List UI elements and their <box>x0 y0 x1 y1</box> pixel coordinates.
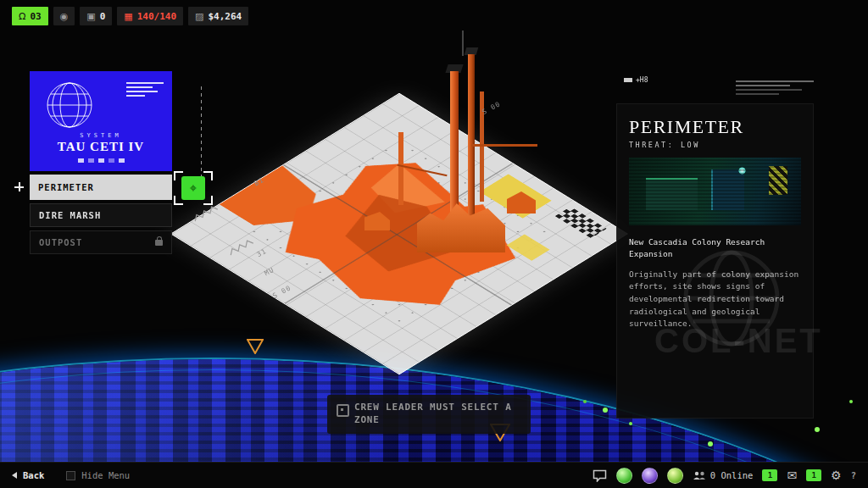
move-cursor-icon <box>14 182 24 191</box>
back-arrow-icon <box>12 472 17 479</box>
mail-icon[interactable]: ✉ <box>787 469 797 481</box>
select-icon <box>337 404 349 417</box>
zone-item-perimeter[interactable]: PERIMETER <box>30 175 172 200</box>
camera-badge[interactable]: ▣ 0 <box>80 7 112 25</box>
health-grid-icon: ▦ <box>124 11 132 22</box>
system-name: TAU CETI IV <box>30 140 172 154</box>
status-orb-1[interactable] <box>616 468 632 484</box>
crew-count-badge[interactable]: Ω 03 <box>12 7 48 25</box>
status-badge: 1 <box>762 469 777 481</box>
antenna-mast <box>462 30 464 56</box>
people-icon <box>693 470 706 480</box>
health-value: 140/140 <box>137 11 176 22</box>
zone-item-dire-marsh[interactable]: DIRE MARSH <box>30 203 172 227</box>
annotation-text: +H8 <box>636 76 648 84</box>
checkbox-icon <box>66 471 75 480</box>
zone-label: DIRE MARSH <box>39 210 101 220</box>
zone-title: PERIMETER <box>629 116 801 138</box>
bottom-right-cluster: 0 Online 1 ✉ 1 ⚙ ? <box>593 468 856 484</box>
camera-icon: ▣ <box>86 11 95 22</box>
zone-photo <box>629 158 801 225</box>
lock-icon <box>155 240 163 246</box>
map-annotation: +H8 <box>624 76 648 84</box>
health-badge[interactable]: ▦ 140/140 <box>117 7 183 25</box>
credits-value: $4,264 <box>208 11 242 22</box>
online-label: 0 Online <box>710 470 754 480</box>
crew-leader-tooltip: CREW LEADER MUST SELECT A ZONE <box>327 395 531 434</box>
camera-count: 0 <box>100 11 106 22</box>
settings-gear-icon[interactable]: ⚙ <box>831 469 842 481</box>
threat-level: THREAT: LOW <box>629 141 801 149</box>
system-glyph-row <box>30 158 172 163</box>
zone-item-outpost[interactable]: OUTPOST <box>30 230 172 254</box>
tower-cap <box>445 64 463 73</box>
zone-info-panel: PERIMETER THREAT: LOW New Cascadia Colon… <box>616 103 814 419</box>
crew-count: 03 <box>30 11 41 22</box>
tower-cap <box>465 47 479 55</box>
zone-menu: PERIMETER DIRE MARSH OUTPOST <box>30 175 172 258</box>
hide-menu-toggle[interactable]: Hide Menu <box>66 470 130 480</box>
warning-triangle-icon <box>247 339 264 354</box>
mail-badge: 1 <box>806 469 821 481</box>
map-legend-microtext <box>736 78 814 97</box>
hide-menu-label: Hide Menu <box>81 470 130 480</box>
eye-icon: ◉ <box>60 11 69 22</box>
help-button[interactable]: ? <box>851 470 856 480</box>
headset-icon: Ω <box>19 11 25 22</box>
chat-icon[interactable] <box>593 469 607 482</box>
confirm-zone-button[interactable]: ⌖ <box>181 176 205 200</box>
zone-description: Originally part of colony expansion effo… <box>629 269 801 331</box>
zone-subtitle: New Cascadia Colony Research Expansion <box>629 236 801 260</box>
top-hud: Ω 03 ◉ ▣ 0 ▦ 140/140 ▨ $4,264 <box>12 7 248 25</box>
globe-wireframe-icon <box>43 79 96 131</box>
credits-icon: ▨ <box>195 11 203 22</box>
zone-select-screen: B1 S 00 31 MU S 00 +H8 Ω 03 ◉ ▣ 0 ▦ 140/… <box>0 0 868 488</box>
status-orb-3[interactable] <box>667 468 683 484</box>
zone-map-plane[interactable] <box>170 93 628 375</box>
status-orb-2[interactable] <box>642 468 658 484</box>
online-counter: 0 Online <box>693 470 754 480</box>
target-icon: ⌖ <box>190 180 197 196</box>
city-lights <box>0 0 3 3</box>
zone-label: PERIMETER <box>38 182 94 192</box>
zone-select-target: ⌖ <box>174 171 213 205</box>
ruler-dashes <box>201 85 202 178</box>
photo-scanlines <box>629 158 801 225</box>
grid-label: S 00 <box>481 100 502 116</box>
annotation-bar <box>624 78 632 82</box>
back-button[interactable]: Back <box>12 470 44 480</box>
tooltip-text: CREW LEADER MUST SELECT A ZONE <box>354 402 512 425</box>
system-card: SYSTEM TAU CETI IV <box>30 71 172 171</box>
map-checker-marker <box>555 207 607 238</box>
system-label: SYSTEM <box>30 132 172 139</box>
credits-badge[interactable]: ▨ $4,264 <box>188 7 248 25</box>
spectator-badge[interactable]: ◉ <box>53 7 75 25</box>
bottom-bar: Back Hide Menu 0 Online 1 ✉ 1 ⚙ ? <box>0 462 868 488</box>
back-label: Back <box>23 470 44 480</box>
card-microtext <box>126 80 164 99</box>
zone-label: OUTPOST <box>39 237 82 247</box>
